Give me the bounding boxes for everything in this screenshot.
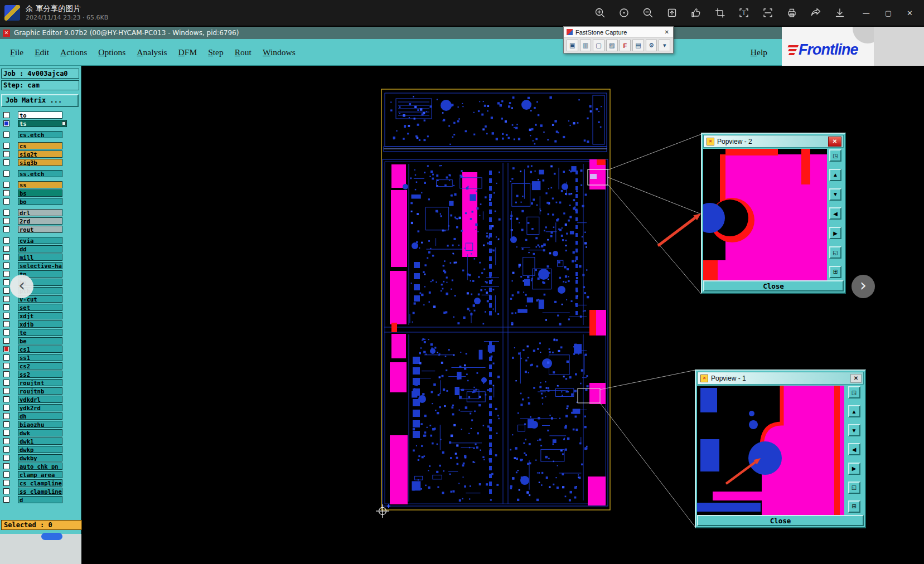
layer-label[interactable]: bo: [18, 198, 62, 205]
layer-checkbox[interactable]: [3, 237, 9, 244]
layer-checkbox[interactable]: [3, 246, 9, 252]
layer-checkbox[interactable]: [3, 271, 9, 277]
layer-row-cs[interactable]: cs: [0, 142, 81, 149]
layer-label[interactable]: xdjt: [18, 312, 62, 319]
layer-row-dwk[interactable]: dwk: [0, 429, 81, 436]
minimize-button[interactable]: —: [863, 9, 870, 17]
layer-label[interactable]: to: [18, 111, 62, 119]
zoom-select-button[interactable]: ⊞: [848, 500, 860, 513]
zoom-select-button[interactable]: ⊞: [829, 266, 841, 278]
layer-label[interactable]: ts: [18, 120, 67, 127]
save-icon[interactable]: ▤: [632, 40, 644, 51]
layer-row-sig3b[interactable]: sig3b: [0, 159, 81, 166]
capture-screen-icon[interactable]: ▣: [567, 40, 578, 51]
layer-row-selective-ha[interactable]: selective-ha: [0, 262, 81, 269]
layer-row-cs_clampline[interactable]: cs_clampline: [0, 479, 81, 487]
layer-row-clamp_area[interactable]: clamp_area: [0, 471, 81, 478]
layer-checkbox[interactable]: [3, 296, 9, 302]
layer-label[interactable]: roujtnt: [18, 379, 62, 386]
popview2-close-button[interactable]: Close: [703, 280, 844, 291]
layer-checkbox[interactable]: [3, 338, 9, 344]
layer-checkbox[interactable]: [3, 396, 9, 402]
zoom-fit-button[interactable]: ◱: [829, 246, 841, 259]
layer-row-drl[interactable]: drl: [0, 209, 81, 216]
layer-row-xdjt[interactable]: xdjt: [0, 312, 81, 319]
faststone-titlebar[interactable]: FastStone Capture ✕: [564, 27, 673, 38]
layer-checkbox[interactable]: [3, 159, 9, 166]
job-matrix-button[interactable]: Job Matrix ...: [1, 94, 79, 107]
layer-checkbox[interactable]: [3, 488, 9, 494]
layer-checkbox[interactable]: [3, 254, 9, 260]
layer-row-roujtnb[interactable]: roujtnb: [0, 387, 81, 395]
layer-label[interactable]: bs: [18, 189, 62, 197]
layer-row-xdjb[interactable]: xdjb: [0, 320, 81, 328]
layer-row-tp[interactable]: tp: [0, 270, 81, 278]
layer-row-roujtnt[interactable]: roujtnt: [0, 379, 81, 386]
layer-checkbox[interactable]: [3, 218, 9, 224]
layer-checkbox[interactable]: [3, 346, 9, 352]
layer-label[interactable]: dwk1: [18, 437, 62, 445]
layer-row-ydk2rd[interactable]: ydk2rd: [0, 404, 81, 411]
open-view-button[interactable]: ◳: [848, 386, 860, 398]
prev-image-button[interactable]: ‹: [10, 275, 33, 298]
layer-label[interactable]: dh: [18, 412, 62, 420]
layer-row-ss2[interactable]: ss2: [0, 371, 81, 378]
layer-label[interactable]: clamp_area: [18, 471, 62, 478]
layer-label[interactable]: cs: [18, 142, 62, 149]
layer-checkbox[interactable]: [3, 329, 9, 336]
layer-row-bs[interactable]: bs: [0, 189, 81, 197]
pan-up-button[interactable]: ▲: [829, 169, 841, 181]
menu-actions[interactable]: Actions: [55, 45, 93, 60]
layer-checkbox[interactable]: [3, 112, 9, 118]
layer-label[interactable]: d: [18, 496, 62, 503]
layer-row-v-cut[interactable]: v-cut: [0, 295, 81, 303]
pan-up-button[interactable]: ▲: [848, 405, 860, 417]
layer-label[interactable]: cs.etch: [18, 131, 62, 138]
capture-fixed-icon[interactable]: F: [620, 40, 631, 51]
menu-dfm[interactable]: DFM: [173, 45, 203, 60]
layer-checkbox[interactable]: [3, 354, 9, 361]
popview1-canvas[interactable]: [697, 386, 844, 516]
crop-icon[interactable]: [714, 7, 726, 19]
layer-checkbox[interactable]: [3, 321, 9, 327]
layer-checkbox[interactable]: [3, 405, 9, 411]
capture-window-icon[interactable]: ▥: [580, 40, 592, 51]
layer-row-ss.etch[interactable]: ss.etch: [0, 170, 81, 177]
layer-label[interactable]: te: [18, 329, 62, 336]
popview1-close-icon[interactable]: ✕: [850, 374, 862, 383]
layer-row-dwkby[interactable]: dwkby: [0, 454, 81, 461]
layer-label[interactable]: ss2: [18, 371, 62, 378]
layer-row-cs.etch[interactable]: cs.etch: [0, 131, 81, 138]
capture-freehand-icon[interactable]: ▨: [606, 40, 618, 51]
zoom-fit-button[interactable]: ◱: [848, 482, 860, 494]
layer-checkbox[interactable]: [3, 210, 9, 216]
layer-row-ss_clampline[interactable]: ss_clampline: [0, 488, 81, 495]
layer-label[interactable]: ydkdrl: [18, 396, 62, 403]
layer-checkbox[interactable]: [3, 132, 9, 138]
layer-checkbox[interactable]: [3, 171, 9, 177]
layer-checkbox[interactable]: [3, 182, 9, 188]
layer-checkbox[interactable]: [3, 471, 9, 478]
zoom-out-icon[interactable]: [642, 7, 654, 19]
menu-file[interactable]: File: [4, 45, 29, 60]
share-icon[interactable]: [810, 7, 822, 19]
layer-label[interactable]: ss1: [18, 354, 62, 361]
menu-analysis[interactable]: Analysis: [131, 45, 172, 60]
menu-step[interactable]: Step: [202, 45, 229, 60]
layer-row-2rd[interactable]: 2rd: [0, 217, 81, 225]
layer-label[interactable]: rout: [18, 226, 62, 233]
layer-label[interactable]: dwkby: [18, 454, 62, 461]
layer-label[interactable]: be: [18, 337, 62, 344]
ocr-icon[interactable]: T: [738, 7, 750, 19]
layer-row-biaozhu[interactable]: biaozhu: [0, 421, 81, 428]
layer-checkbox[interactable]: [3, 198, 9, 205]
layer-checkbox[interactable]: [3, 380, 9, 386]
layer-row-set[interactable]: set: [0, 304, 81, 311]
layer-row-be[interactable]: be: [0, 337, 81, 344]
menu-windows[interactable]: Windows: [257, 45, 301, 60]
popview-window-2[interactable]: ✕ Popview - 2 ✕ ◳▲▼◀▶◱⊞ Close: [701, 133, 846, 294]
pan-left-button[interactable]: ◀: [829, 207, 841, 220]
layer-row-ss[interactable]: ss: [0, 181, 81, 188]
maximize-button[interactable]: ▢: [885, 9, 892, 17]
layer-checkbox[interactable]: [3, 430, 9, 436]
